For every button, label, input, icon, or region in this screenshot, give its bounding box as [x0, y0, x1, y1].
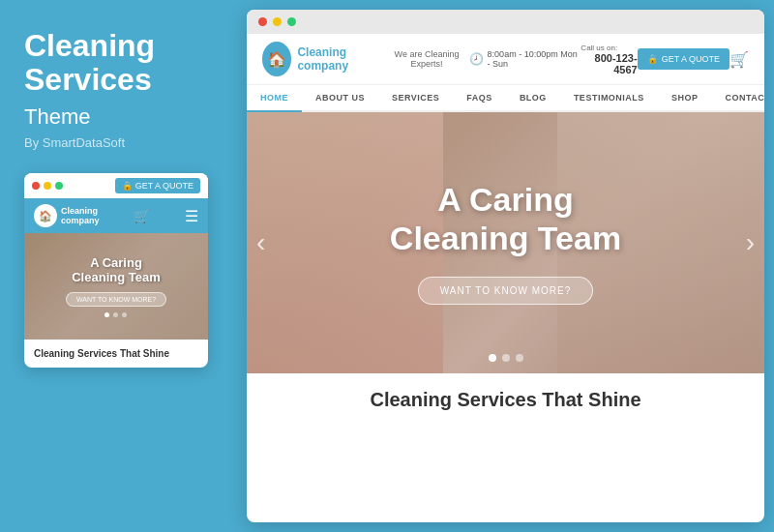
mobile-quote-button[interactable]: 🔒 GET A QUOTE	[115, 178, 200, 193]
mobile-hero-dots	[66, 312, 166, 317]
left-panel: Cleaning Services Theme By SmartDataSoft…	[0, 0, 240, 532]
call-label: Call us on:	[580, 44, 637, 52]
theme-author: By SmartDataSoft	[24, 135, 216, 150]
site-logo-text: Cleaning company	[297, 45, 384, 74]
mobile-window-dots	[32, 182, 63, 190]
mobile-preview: 🔒 GET A QUOTE 🏠 Cleaning company 🛒 ☰ A C…	[24, 173, 208, 368]
browser-dot-yellow	[273, 17, 282, 26]
mobile-hero-text: A Caring Cleaning Team WANT TO KNOW MORE…	[66, 255, 166, 317]
site-tagline: We are Cleaning Experts!	[385, 49, 469, 69]
mobile-nav-bar: 🏠 Cleaning company 🛒 ☰	[24, 198, 208, 233]
hero-dot-1	[489, 354, 496, 362]
nav-item-about[interactable]: ABOUT US	[302, 85, 378, 110]
site-nav: HOME ABOUT US SERVICES FAQS BLOG TESTIMO…	[247, 85, 764, 112]
shield-icon: 🔒	[647, 54, 658, 64]
mobile-top-bar: 🔒 GET A QUOTE	[24, 173, 208, 198]
browser-dot-green	[287, 17, 296, 26]
theme-title: Cleaning Services	[24, 29, 216, 97]
clock-icon: 🕗	[469, 52, 484, 66]
mobile-hero-dot-3	[122, 312, 127, 317]
nav-item-shop[interactable]: SHOP	[658, 85, 712, 110]
mobile-dot-green	[55, 182, 63, 190]
nav-item-blog[interactable]: BLOG	[506, 85, 560, 110]
mobile-cart-icon[interactable]: 🛒	[134, 208, 150, 223]
site-bottom-section: Cleaning Services That Shine	[247, 373, 764, 421]
hero-cta-button[interactable]: WANT TO KNOW MORE?	[418, 277, 593, 305]
mobile-hero-cta-button[interactable]: WANT TO KNOW MORE?	[66, 292, 166, 307]
nav-item-faqs[interactable]: FAQS	[453, 85, 506, 110]
hero-prev-arrow[interactable]: ‹	[256, 227, 265, 258]
nav-item-contacts[interactable]: CONTACTS	[711, 85, 764, 110]
browser-dot-red	[258, 17, 267, 26]
hero-dot-3	[516, 354, 523, 362]
mobile-logo: 🏠 Cleaning company	[34, 204, 100, 227]
mobile-hamburger-icon[interactable]: ☰	[185, 207, 198, 225]
lock-icon: 🔒	[122, 181, 133, 191]
mobile-dot-yellow	[44, 182, 51, 190]
mobile-logo-icon: 🏠	[34, 204, 57, 227]
hero-dot-2	[502, 354, 510, 362]
browser-preview: 🏠 Cleaning company We are Cleaning Exper…	[247, 10, 764, 522]
site-hero: A Caring Cleaning Team WANT TO KNOW MORE…	[247, 112, 764, 373]
nav-item-home[interactable]: HOME	[247, 85, 302, 112]
site-logo: 🏠 Cleaning company	[262, 42, 385, 76]
theme-subtitle: Theme	[24, 104, 216, 130]
mobile-dot-red	[32, 182, 40, 190]
mobile-bottom-text: Cleaning Services That Shine	[24, 340, 208, 368]
site-hours: 🕗 8:00am - 10:00pm Mon - Sun	[469, 49, 581, 69]
mobile-hero-dot-2	[113, 312, 118, 317]
nav-item-testimonials[interactable]: TESTIMONIALS	[560, 85, 658, 110]
mobile-hero-dot-1	[104, 312, 109, 317]
mobile-hero: A Caring Cleaning Team WANT TO KNOW MORE…	[24, 233, 208, 340]
hero-dots	[489, 354, 523, 362]
site-logo-icon: 🏠	[262, 42, 291, 76]
phone-number: 800-123-4567	[580, 52, 637, 75]
hero-title: A Caring Cleaning Team	[390, 181, 621, 256]
mobile-logo-text: Cleaning company	[61, 206, 100, 227]
hero-next-arrow[interactable]: ›	[746, 227, 755, 258]
hero-content: A Caring Cleaning Team WANT TO KNOW MORE…	[390, 181, 621, 304]
site-cart-icon[interactable]: 🛒	[729, 50, 749, 69]
browser-top-bar	[247, 10, 764, 34]
site-quote-button[interactable]: 🔒 GET A QUOTE	[638, 48, 729, 70]
site-phone-area: Call us on: 800-123-4567	[580, 44, 637, 75]
nav-item-services[interactable]: SERVICES	[378, 85, 453, 110]
bottom-title: Cleaning Services That Shine	[266, 389, 745, 411]
site-header: 🏠 Cleaning company We are Cleaning Exper…	[247, 34, 764, 85]
